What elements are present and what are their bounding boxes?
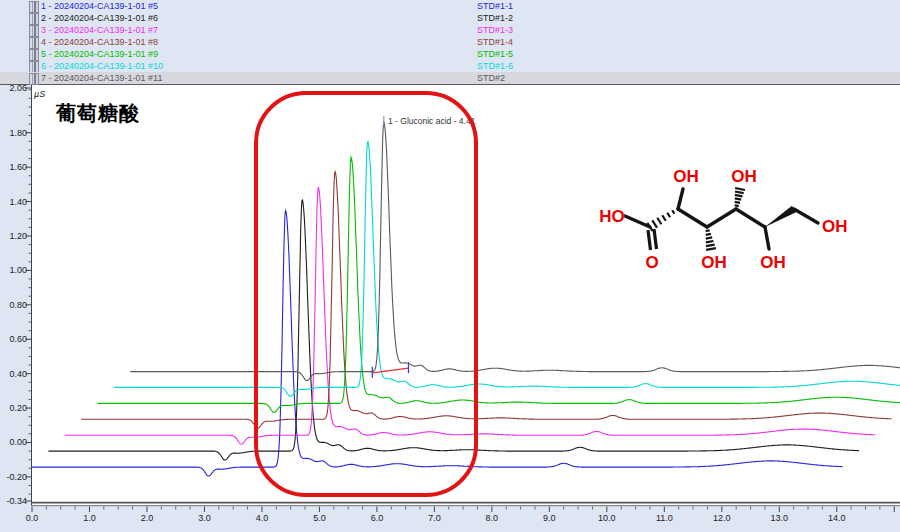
legend-row[interactable]: 3 - 20240204-CA139-1-01 #7STD#1-3 — [0, 24, 900, 36]
plot-title: 葡萄糖酸 — [56, 100, 140, 127]
legend-std-label: STD#2 — [477, 72, 505, 84]
solid-wedge — [765, 206, 796, 227]
legend-std-label: STD#1-2 — [477, 12, 513, 24]
x-tick-label: 6.0 — [371, 513, 384, 523]
legend-std-label: STD#1-3 — [477, 24, 513, 36]
bond — [678, 209, 707, 227]
legend-sample-label: 2 - 20240204-CA139-1-01 #6 — [41, 12, 158, 24]
hash-wedge-stroke — [706, 248, 716, 250]
y-tick-label: 0.40 — [9, 369, 27, 379]
legend-sample-label: 5 - 20240204-CA139-1-01 #9 — [41, 48, 158, 60]
x-tick-label: 12.0 — [713, 513, 731, 523]
hash-wedge-stroke — [652, 220, 657, 227]
bond — [794, 209, 818, 223]
atom-label: OH — [701, 253, 727, 272]
double-bond — [648, 230, 651, 250]
hash-wedge-stroke — [706, 230, 710, 231]
legend-row[interactable]: 5 - 20240204-CA139-1-01 #9STD#1-5 — [0, 48, 900, 60]
x-tick-label: 9.0 — [543, 513, 556, 523]
legend-std-label: STD#1-1 — [477, 0, 513, 12]
y-tick-label: 1.60 — [9, 162, 27, 172]
legend-sample-label: 4 - 20240204-CA139-1-01 #8 — [41, 36, 158, 48]
gluconic-acid-structure-image: HOOOHOHOHOHOH — [592, 148, 882, 278]
legend-std-label: STD#1-6 — [477, 60, 513, 72]
y-tick-label: 1.20 — [9, 231, 27, 241]
atom-label: OH — [760, 253, 786, 272]
legend-sample-label: 3 - 20240204-CA139-1-01 #7 — [41, 24, 158, 36]
x-tick-label: 14.0 — [828, 513, 846, 523]
legend-row[interactable]: 4 - 20240204-CA139-1-01 #8STD#1-4 — [0, 36, 900, 48]
hash-wedge-stroke — [667, 213, 670, 217]
hash-wedge-stroke — [735, 198, 741, 199]
bond — [765, 227, 769, 249]
hash-wedge-stroke — [672, 210, 674, 214]
hash-wedge-stroke — [735, 205, 739, 206]
bond — [707, 209, 736, 227]
red-annotation-box — [254, 91, 478, 497]
hash-wedge-stroke — [735, 195, 743, 197]
y-tick-label: -0.20 — [6, 472, 27, 482]
x-tick-label: 5.0 — [313, 513, 326, 523]
x-tick-label: 7.0 — [428, 513, 441, 523]
hash-wedge-stroke — [735, 191, 744, 193]
y-tick-label: 0.00 — [9, 437, 27, 447]
atom-label: HO — [599, 207, 625, 226]
hash-wedge-stroke — [706, 237, 712, 238]
atom-label: OH — [673, 167, 699, 186]
bond — [625, 216, 650, 227]
y-tick-label: 0.20 — [9, 403, 27, 413]
legend-sample-label: 7 - 20240204-CA139-1-01 #11 — [41, 72, 162, 84]
legend-row[interactable]: 1 - 20240204-CA139-1-01 #5STD#1-1 — [0, 0, 900, 12]
x-tick-label: 1.0 — [83, 513, 96, 523]
y-tick-label: 0.80 — [9, 300, 27, 310]
hash-wedge-stroke — [662, 215, 666, 220]
x-tick-label: 3.0 — [198, 513, 211, 523]
atom-label: OH — [731, 167, 757, 186]
bottom-gutter — [0, 506, 900, 532]
x-tick-label: 13.0 — [771, 513, 789, 523]
chromatography-window: -0.200.000.200.400.600.801.001.201.401.6… — [0, 0, 900, 532]
legend-row[interactable]: 2 - 20240204-CA139-1-01 #6STD#1-2 — [0, 12, 900, 24]
atom-label: O — [645, 253, 658, 272]
x-tick-label: 2.0 — [141, 513, 154, 523]
legend-sample-label: 1 - 20240204-CA139-1-01 #5 — [41, 0, 158, 12]
x-tick-label: 10.0 — [598, 513, 616, 523]
legend-sample-label: 6 - 20240204-CA139-1-01 #10 — [41, 60, 163, 72]
chromatogram-icon — [29, 73, 39, 85]
hash-wedge-stroke — [706, 245, 715, 247]
legend-row[interactable]: 7 - 20240204-CA139-1-01 #11STD#2 — [0, 72, 900, 85]
bond — [678, 189, 683, 209]
legend-std-label: STD#1-4 — [477, 36, 513, 48]
hash-wedge-stroke — [735, 188, 745, 190]
bond — [736, 209, 765, 227]
hash-wedge-stroke — [735, 202, 740, 203]
x-tick-label: 4.0 — [256, 513, 269, 523]
hash-wedge-stroke — [706, 234, 711, 235]
hash-wedge-stroke — [706, 241, 714, 242]
x-tick-label: 11.0 — [656, 513, 673, 523]
y-axis-unit-label: µS — [34, 89, 45, 99]
legend-row[interactable]: 6 - 20240204-CA139-1-01 #10STD#1-6 — [0, 60, 900, 72]
y-tick-label: 1.00 — [9, 265, 27, 275]
y-tick-label: 0.60 — [9, 334, 27, 344]
y-tick-label: 1.80 — [9, 128, 27, 138]
atom-label: OH — [822, 217, 848, 236]
x-tick-label: 8.0 — [486, 513, 499, 523]
x-tick-label: 0.0 — [26, 513, 39, 523]
injection-legend: 1 - 20240204-CA139-1-01 #5STD#1-12 - 202… — [0, 0, 900, 85]
legend-std-label: STD#1-5 — [477, 48, 513, 60]
y-tick-label: 1.40 — [9, 197, 27, 207]
hash-wedge-stroke — [657, 218, 661, 224]
double-bond — [654, 229, 657, 249]
y-tick-label: -0.34 — [6, 496, 27, 506]
